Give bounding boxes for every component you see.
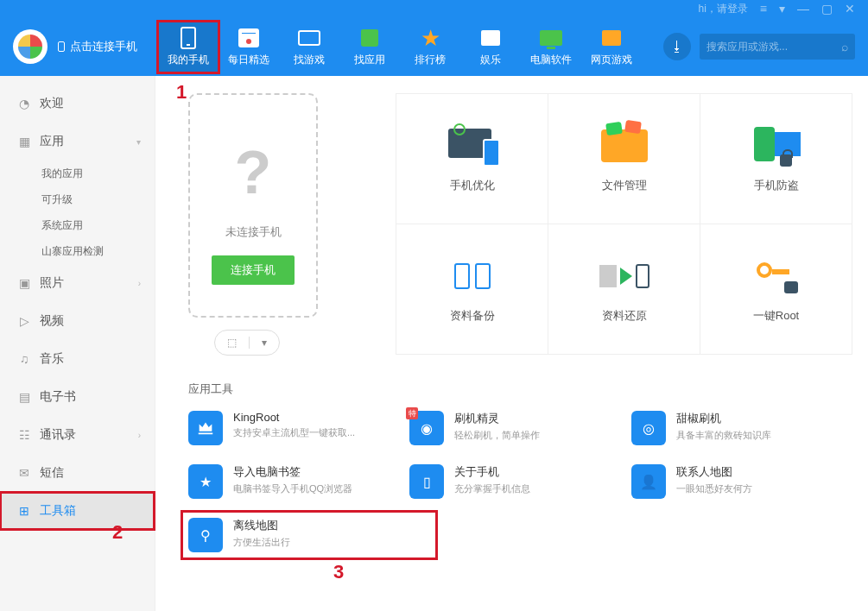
nav-label: 电脑软件 — [521, 53, 581, 67]
nav-apps[interactable]: 找应用 — [339, 22, 400, 72]
sidebar-sub-upgradable[interactable]: 可升级 — [0, 186, 155, 212]
phone-info-icon: ▯ — [409, 464, 444, 499]
sidebar-sms[interactable]: ✉短信 — [0, 454, 155, 492]
nav-label: 找应用 — [339, 53, 400, 67]
gamepad-icon — [296, 27, 322, 49]
sidebar-ebooks[interactable]: ▤电子书 — [0, 378, 155, 416]
nav-daily[interactable]: 每日精选 — [219, 22, 279, 72]
sidebar-contacts[interactable]: ☷通讯录› — [0, 416, 155, 454]
nav-web-games[interactable]: 网页游戏 — [581, 22, 642, 72]
card-root[interactable]: 一键Root — [700, 224, 852, 354]
chevron-down-icon: ▾ — [136, 137, 141, 147]
card-label: 一键Root — [753, 308, 799, 324]
files-icon — [599, 124, 650, 167]
connect-phone-tip[interactable]: 点击连接手机 — [58, 39, 137, 54]
sidebar-label: 视频 — [40, 313, 64, 329]
question-icon: ? — [190, 138, 316, 207]
menu-icon[interactable]: ≡ — [760, 3, 767, 15]
tool-contact-map[interactable]: 👤 联系人地图一眼知悉好友何方 — [631, 464, 835, 499]
sms-icon: ✉ — [17, 466, 31, 480]
tool-kingroot[interactable]: KingRoot支持安卓主流机型一键获取... — [188, 411, 392, 445]
annotation-1: 1 — [176, 81, 187, 104]
annotation-2: 2 — [112, 521, 123, 544]
toolbox-icon: ⊞ — [17, 504, 31, 518]
card-label: 手机防盗 — [754, 178, 799, 193]
tool-title: 关于手机 — [454, 464, 530, 480]
nav-entertain[interactable]: 娱乐 — [460, 22, 521, 72]
dropdown-icon[interactable]: ▾ — [779, 3, 785, 15]
nav-pc-software[interactable]: 电脑软件 — [521, 22, 581, 72]
nav-label: 找游戏 — [279, 53, 339, 67]
chevron-right-icon: › — [138, 431, 141, 440]
sidebar-toolbox[interactable]: ⊞工具箱 — [0, 492, 155, 530]
tool-flash[interactable]: 特 ◉ 刷机精灵轻松刷机，简单操作 — [409, 411, 613, 445]
sidebar-apps[interactable]: ▦应用▾ — [0, 123, 155, 161]
tool-desc: 支持安卓主流机型一键获取... — [233, 426, 355, 439]
sidebar-label: 电子书 — [40, 389, 76, 405]
tool-pepper[interactable]: ◎ 甜椒刷机具备丰富的救砖知识库 — [631, 411, 835, 445]
tool-bookmark[interactable]: ★ 导入电脑书签电脑书签导入手机QQ浏览器 — [188, 464, 392, 499]
grid-icon: ▦ — [17, 135, 31, 148]
theft-icon — [751, 124, 802, 167]
tool-desc: 一眼知悉好友何方 — [676, 482, 752, 495]
chevron-right-icon: › — [138, 279, 141, 288]
sidebar-label: 照片 — [40, 275, 64, 291]
contacts-icon: ☷ — [17, 428, 31, 442]
bag-icon — [357, 27, 383, 49]
sidebar-sub-myapps[interactable]: 我的应用 — [0, 161, 155, 186]
map-pin-icon: ⚲ — [188, 518, 223, 552]
connect-status: 未连接手机 — [190, 224, 316, 240]
sidebar: ◔欢迎 ▦应用▾ 我的应用 可升级 系统应用 山寨应用检测 ▣照片› ▷视频 ♫… — [0, 76, 155, 611]
root-icon — [751, 255, 802, 298]
sidebar-sub-system[interactable]: 系统应用 — [0, 212, 155, 238]
search-box[interactable]: ⌕ — [700, 34, 855, 60]
phone-connect-panel: ? 未连接手机 连接手机 — [188, 93, 318, 318]
tool-about-phone[interactable]: ▯ 关于手机充分掌握手机信息 — [409, 464, 613, 499]
card-optimize[interactable]: 手机优化 — [396, 94, 548, 224]
connect-button[interactable]: 连接手机 — [212, 255, 295, 285]
card-theft[interactable]: 手机防盗 — [700, 94, 852, 224]
annotation-3: 3 — [333, 561, 344, 583]
card-files[interactable]: 文件管理 — [548, 94, 700, 224]
nav-my-phone[interactable]: 我的手机 — [158, 22, 219, 72]
optimize-icon — [447, 124, 498, 167]
scan-dropdown[interactable]: ⬚ ▾ — [214, 330, 280, 356]
phone-icon — [175, 27, 201, 49]
tool-offline-map[interactable]: ⚲ 离线地图方便生活出行 — [183, 513, 435, 557]
sidebar-music[interactable]: ♫音乐 — [0, 340, 155, 378]
sidebar-welcome[interactable]: ◔欢迎 — [0, 85, 155, 123]
tools-section-title: 应用工具 — [188, 381, 852, 397]
target-icon: ◎ — [631, 411, 666, 445]
phone-mini-icon — [58, 41, 65, 52]
search-input[interactable] — [706, 41, 841, 53]
sidebar-label: 工具箱 — [40, 503, 76, 519]
tool-desc: 轻松刷机，简单操作 — [454, 429, 540, 442]
calendar-icon — [236, 27, 262, 49]
sidebar-photos[interactable]: ▣照片› — [0, 264, 155, 302]
tool-desc: 充分掌握手机信息 — [454, 482, 530, 495]
tool-title: 联系人地图 — [676, 464, 752, 480]
maximize-icon[interactable]: ▢ — [821, 3, 833, 15]
sidebar-sub-fake[interactable]: 山寨应用检测 — [0, 238, 155, 264]
close-icon[interactable]: ✕ — [845, 3, 855, 15]
nav-rank[interactable]: ★ 排行榜 — [400, 22, 460, 72]
nav-label: 我的手机 — [158, 53, 219, 67]
sidebar-videos[interactable]: ▷视频 — [0, 302, 155, 340]
nav-games[interactable]: 找游戏 — [279, 22, 339, 72]
tool-title: 离线地图 — [233, 518, 290, 533]
nav-label: 娱乐 — [460, 53, 521, 67]
card-backup[interactable]: 资料备份 — [396, 224, 548, 354]
login-link[interactable]: hi，请登录 — [698, 2, 747, 16]
search-icon[interactable]: ⌕ — [841, 40, 848, 54]
card-label: 文件管理 — [602, 178, 647, 193]
minimize-icon[interactable]: — — [797, 3, 809, 15]
crown-icon — [188, 411, 223, 445]
connect-tip-label: 点击连接手机 — [70, 39, 137, 54]
card-label: 资料还原 — [602, 308, 647, 324]
card-label: 手机优化 — [450, 178, 495, 193]
sidebar-label: 欢迎 — [40, 96, 64, 111]
card-restore[interactable]: 资料还原 — [548, 224, 700, 354]
book-icon: ▤ — [17, 390, 31, 404]
video-icon — [478, 27, 504, 49]
download-button[interactable]: ⭳ — [663, 33, 691, 60]
